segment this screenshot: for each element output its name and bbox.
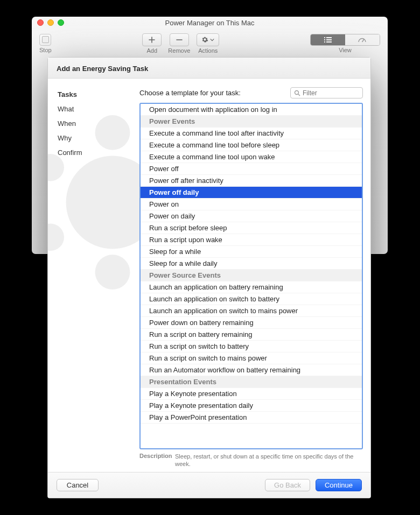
template-row[interactable]: Power down on battery remaining: [141, 317, 362, 329]
step-sidebar: TasksWhatWhenWhyConfirm: [48, 79, 139, 472]
sidebar-step-why[interactable]: Why: [58, 131, 139, 145]
sheet-header: Add an Energy Saving Task: [48, 58, 370, 79]
close-icon[interactable]: [37, 19, 44, 26]
stop-icon: [42, 36, 49, 43]
template-row[interactable]: Execute a command line tool after inacti…: [141, 128, 362, 139]
sidebar-step-when[interactable]: When: [58, 116, 139, 131]
group-header: Power Events: [141, 116, 362, 128]
template-row[interactable]: Run a script on battery remaining: [141, 329, 362, 341]
template-row[interactable]: Run a script before sleep: [141, 222, 362, 234]
template-row[interactable]: Sleep for a while daily: [141, 258, 362, 270]
view-list-button[interactable]: [311, 34, 345, 45]
minus-icon: [176, 37, 183, 43]
template-row[interactable]: Execute a command line tool before sleep: [141, 139, 362, 151]
search-icon: [294, 90, 300, 96]
sheet-title: Add an Energy Saving Task: [57, 65, 362, 73]
template-row[interactable]: Power on: [141, 199, 362, 210]
plus-icon: [149, 37, 155, 43]
template-row[interactable]: Open document with application on log in: [141, 104, 362, 116]
add-button[interactable]: [142, 33, 162, 46]
stop-label: Stop: [39, 47, 52, 53]
add-label: Add: [142, 47, 162, 54]
gauge-icon: [358, 37, 366, 43]
description-text: Sleep, restart, or shut down at a specif…: [175, 453, 362, 468]
toolbar: Stop Add Remove Actions: [32, 29, 388, 58]
template-row[interactable]: Power off: [141, 163, 362, 175]
svg-rect-4: [324, 41, 325, 43]
svg-point-13: [295, 90, 299, 94]
chevron-down-icon: [210, 38, 214, 42]
titlebar: Power Manager on This Mac: [32, 17, 388, 29]
template-row[interactable]: Launch an application on battery remaini…: [141, 281, 362, 293]
template-row[interactable]: Run a script upon wake: [141, 234, 362, 246]
traffic-lights: [37, 19, 64, 26]
sheet-dialog: Add an Energy Saving Task TasksWhatWhenW…: [47, 57, 371, 498]
template-row[interactable]: Execute a command line tool upon wake: [141, 151, 362, 163]
cancel-button[interactable]: Cancel: [57, 479, 99, 491]
svg-rect-5: [326, 41, 332, 43]
svg-rect-3: [326, 39, 332, 40]
template-list-scroll[interactable]: Open document with application on log in…: [141, 104, 362, 448]
gear-icon: [201, 36, 208, 43]
sheet-footer: Cancel Go Back Continue: [48, 472, 370, 498]
template-row[interactable]: Launch an application on switch to mains…: [141, 305, 362, 317]
actions-label: Actions: [197, 47, 219, 54]
actions-button[interactable]: [197, 33, 219, 46]
template-row[interactable]: Run a script on switch to mains power: [141, 352, 362, 364]
filter-input[interactable]: [300, 89, 359, 97]
svg-rect-2: [324, 39, 325, 40]
minimize-icon[interactable]: [47, 19, 54, 26]
template-row[interactable]: Play a Keynote presentation daily: [141, 400, 362, 412]
svg-rect-1: [326, 37, 332, 38]
remove-button[interactable]: [170, 33, 189, 46]
template-row[interactable]: Play a Keynote presentation: [141, 388, 362, 400]
list-icon: [324, 37, 332, 43]
continue-button[interactable]: Continue: [316, 479, 362, 491]
template-row[interactable]: Play a PowerPoint presentation: [141, 412, 362, 424]
template-row[interactable]: Run a script on switch to battery: [141, 341, 362, 352]
go-back-button: Go Back: [265, 479, 310, 491]
group-header: Power Source Events: [141, 270, 362, 281]
template-row[interactable]: Run an Automator workflow on battery rem…: [141, 364, 362, 376]
template-row[interactable]: Launch an application on switch to batte…: [141, 293, 362, 305]
view-gauge-button[interactable]: [345, 34, 380, 45]
stop-button[interactable]: [39, 34, 51, 46]
template-row[interactable]: Power off daily: [141, 187, 362, 199]
view-label: View: [310, 47, 380, 53]
template-list: Open document with application on log in…: [139, 103, 363, 449]
window-title: Power Manager on This Mac: [32, 19, 388, 27]
template-row[interactable]: Sleep for a while: [141, 246, 362, 258]
description-label: Description: [139, 453, 175, 468]
template-row[interactable]: Power on daily: [141, 210, 362, 222]
zoom-icon[interactable]: [58, 19, 64, 26]
sidebar-step-tasks[interactable]: Tasks: [58, 87, 139, 102]
sidebar-step-confirm[interactable]: Confirm: [58, 145, 139, 160]
view-segment: [310, 34, 380, 46]
template-row[interactable]: Power off after inactivity: [141, 175, 362, 187]
group-header: Presentation Events: [141, 376, 362, 388]
svg-rect-0: [324, 37, 325, 38]
remove-label: Remove: [168, 47, 190, 54]
template-prompt: Choose a template for your task:: [139, 89, 241, 97]
sidebar-step-what[interactable]: What: [58, 102, 139, 116]
filter-field[interactable]: [290, 87, 363, 98]
